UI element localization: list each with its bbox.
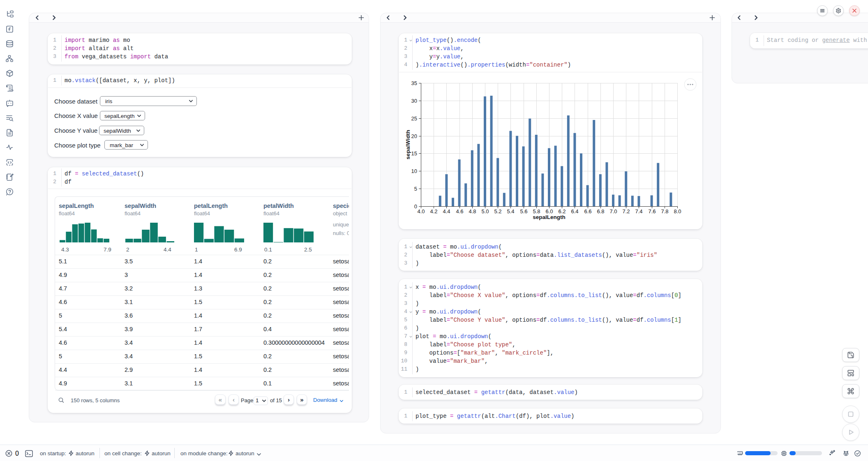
- svg-text:sepalLength: sepalLength: [533, 214, 566, 220]
- svg-text:6.2: 6.2: [558, 208, 566, 214]
- svg-text:7.6: 7.6: [648, 208, 656, 214]
- svg-text:7.0: 7.0: [609, 208, 617, 214]
- svg-text:sepalWidth: sepalWidth: [405, 130, 411, 159]
- svg-text:20: 20: [411, 133, 417, 139]
- svg-text:4.4: 4.4: [443, 208, 450, 214]
- svg-text:7.4: 7.4: [635, 208, 642, 214]
- svg-text:0: 0: [414, 203, 417, 210]
- svg-text:6.6: 6.6: [584, 208, 591, 214]
- svg-text:6.4: 6.4: [571, 208, 578, 214]
- svg-text:5.6: 5.6: [520, 208, 527, 214]
- svg-text:5.0: 5.0: [481, 208, 489, 214]
- svg-text:4.8: 4.8: [469, 208, 476, 214]
- svg-text:35: 35: [411, 80, 417, 86]
- svg-text:5: 5: [414, 186, 417, 192]
- svg-text:4.2: 4.2: [430, 208, 437, 214]
- svg-text:10: 10: [411, 168, 417, 174]
- svg-text:6.8: 6.8: [597, 208, 604, 214]
- svg-text:8.0: 8.0: [674, 208, 681, 214]
- svg-text:30: 30: [411, 98, 417, 104]
- svg-text:7.8: 7.8: [661, 208, 668, 214]
- svg-text:7.2: 7.2: [622, 208, 630, 214]
- svg-text:4.0: 4.0: [417, 208, 425, 214]
- svg-text:4.6: 4.6: [456, 208, 463, 214]
- svg-text:6.0: 6.0: [545, 208, 553, 214]
- svg-text:15: 15: [411, 150, 417, 157]
- svg-text:5.2: 5.2: [494, 208, 501, 214]
- svg-text:25: 25: [411, 115, 417, 122]
- svg-text:5.8: 5.8: [533, 208, 540, 214]
- svg-text:5.4: 5.4: [507, 208, 514, 214]
